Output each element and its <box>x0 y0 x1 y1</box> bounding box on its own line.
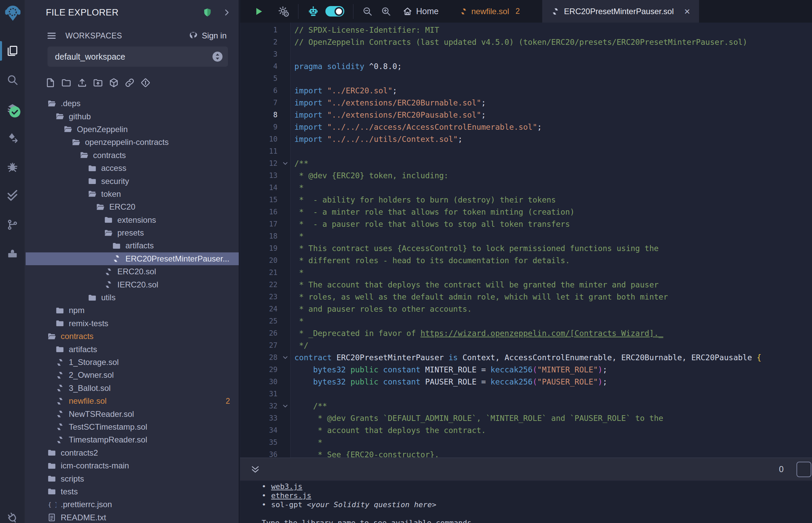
tree-item-extensions[interactable]: extensions <box>25 214 239 227</box>
zoom-out-button[interactable] <box>362 6 373 17</box>
workspaces-label: WORKSPACES <box>66 31 188 40</box>
json-icon: { } <box>47 500 56 509</box>
cube-button[interactable] <box>109 77 119 89</box>
tree-item-token[interactable]: token <box>25 188 239 200</box>
tree-item-1_Storage.sol[interactable]: 1_Storage.sol <box>25 356 239 369</box>
tree-item-.deps[interactable]: .deps <box>25 97 239 110</box>
tree-item-TimestampReader.sol[interactable]: TimestampReader.sol <box>25 433 239 446</box>
tree-item-ERC20.sol[interactable]: ERC20.sol <box>25 265 239 278</box>
collapse-panel-icon[interactable] <box>223 8 231 17</box>
zoom-in-button[interactable] <box>381 6 391 17</box>
tree-item-access[interactable]: access <box>25 162 239 175</box>
expand-terminal-icon[interactable] <box>250 464 260 474</box>
activity-search[interactable] <box>0 65 25 94</box>
terminal-search-box[interactable] <box>796 462 811 477</box>
tree-item-TestSCTimestamp.sol[interactable]: TestSCTimestamp.sol <box>25 420 239 433</box>
activity-debugger[interactable] <box>0 152 25 181</box>
tree-item-label: icm-contracts-main <box>61 461 129 470</box>
editor-gutter: 1234567891011121314151617181920212223242… <box>240 22 291 458</box>
tree-item-README.txt[interactable]: README.txt <box>25 511 239 523</box>
new-folder-button[interactable] <box>61 77 71 89</box>
tab-home[interactable]: Home <box>403 6 439 16</box>
line-number: 24 <box>240 303 290 315</box>
tree-item-contracts2[interactable]: contracts2 <box>25 447 239 459</box>
sol-icon <box>104 280 113 289</box>
activity-file-explorer[interactable] <box>0 36 25 65</box>
link-button[interactable] <box>124 77 135 89</box>
line-number: 22 <box>240 279 290 291</box>
tree-item-ERC20[interactable]: ERC20 <box>25 200 239 213</box>
shield-icon <box>202 7 212 18</box>
tree-item-artifacts[interactable]: artifacts <box>25 239 239 252</box>
remix-logo[interactable] <box>0 0 25 26</box>
run-button[interactable] <box>253 6 264 17</box>
sign-in-button[interactable]: Sign in <box>188 31 227 41</box>
tab-newfile-sol[interactable]: newfile.sol 2 <box>460 0 520 22</box>
remix-ide-window: FILE EXPLORER WORKSPACES Sign in default… <box>0 0 812 523</box>
tree-item-remix-tests[interactable]: remix-tests <box>25 317 239 330</box>
fold-chevron-icon[interactable] <box>282 402 289 410</box>
terminal-link[interactable]: web3.js <box>271 482 302 491</box>
ai-copilot-toggle[interactable] <box>325 6 344 17</box>
terminal-line: •sol-gpt <your Solidity question here> <box>262 500 812 509</box>
tree-item-npm[interactable]: npm <box>25 304 239 317</box>
close-tab-icon[interactable]: × <box>684 6 690 17</box>
ai-assistant-button[interactable] <box>307 5 319 18</box>
tree-item-contracts[interactable]: contracts <box>25 149 239 162</box>
tree-item-security[interactable]: security <box>25 175 239 187</box>
terminal-output[interactable]: •web3.js•ethers.js•sol-gpt <your Solidit… <box>240 481 812 523</box>
tree-item-openzeppelin-contracts[interactable]: openzeppelin-contracts <box>25 136 239 149</box>
terminal-bar: 0 <box>240 458 812 481</box>
tree-item-2_Owner.sol[interactable]: 2_Owner.sol <box>25 369 239 381</box>
code-line-6: import "../ERC20.sol"; <box>294 85 812 97</box>
tree-item-label: contracts <box>93 151 126 160</box>
code-line-13: * @dev {ERC20} token, including: <box>294 169 812 182</box>
tree-item-scripts[interactable]: scripts <box>25 472 239 485</box>
upload-folder-button[interactable] <box>93 77 103 89</box>
upload-file-button[interactable] <box>77 77 87 89</box>
tree-item-tests[interactable]: tests <box>25 485 239 498</box>
tree-item-artifacts[interactable]: artifacts <box>25 343 239 356</box>
tree-item-label: utils <box>101 293 116 302</box>
activity-git[interactable] <box>0 210 25 239</box>
fold-chevron-icon[interactable] <box>282 160 289 167</box>
tree-item-NewTSReader.sol[interactable]: NewTSReader.sol <box>25 408 239 420</box>
activity-plugins[interactable] <box>0 239 25 268</box>
tree-item-IERC20.sol[interactable]: IERC20.sol <box>25 278 239 291</box>
workspace-selector[interactable]: default_workspace <box>48 47 228 67</box>
terminal-link[interactable]: ethers.js <box>271 491 311 500</box>
tree-item-label: README.txt <box>61 513 106 522</box>
code-line-28: contract ERC20PresetMinterPauser is Cont… <box>294 351 812 364</box>
activity-plugin-manager[interactable] <box>0 506 25 523</box>
tree-item-.prettierrc.json[interactable]: { }.prettierrc.json <box>25 498 239 511</box>
git-clone-button[interactable] <box>140 77 151 89</box>
tree-item-label: tests <box>61 487 78 497</box>
fold-chevron-icon[interactable] <box>282 354 289 361</box>
tree-item-ERC20PresetMinterPauser...[interactable]: ERC20PresetMinterPauser... <box>25 252 239 265</box>
tree-item-OpenZeppelin[interactable]: OpenZeppelin <box>25 123 239 136</box>
activity-unit-testing[interactable] <box>0 181 25 210</box>
workspaces-menu-icon[interactable] <box>47 31 57 41</box>
editor-code[interactable]: // SPDX-License-Identifier: MIT// OpenZe… <box>291 22 812 458</box>
activity-bar-items <box>0 36 25 268</box>
tab-erc20presetminterpauser-sol[interactable]: ERC20PresetMinterPauser.sol × <box>542 0 699 22</box>
activity-solidity-compiler[interactable] <box>0 94 25 123</box>
robot-icon <box>307 5 319 18</box>
line-number: 32 <box>240 400 290 412</box>
line-number: 6 <box>240 85 290 97</box>
tree-item-label: contracts <box>61 331 93 341</box>
svg-text:{ }: { } <box>48 501 56 508</box>
tree-item-utils[interactable]: utils <box>25 291 239 304</box>
code-editor[interactable]: 1234567891011121314151617181920212223242… <box>240 22 812 458</box>
tree-item-3_Ballot.sol[interactable]: 3_Ballot.sol <box>25 382 239 395</box>
tree-item-github[interactable]: github <box>25 110 239 123</box>
tree-item-contracts[interactable]: contracts <box>25 330 239 343</box>
new-file-button[interactable] <box>45 77 56 89</box>
tree-item-newfile.sol[interactable]: newfile.sol2 <box>25 395 239 408</box>
toggle-knob <box>335 7 343 16</box>
activity-deploy-run[interactable] <box>0 123 25 152</box>
run-script-button[interactable] <box>278 6 289 17</box>
tree-item-presets[interactable]: presets <box>25 227 239 239</box>
tree-item-icm-contracts-main[interactable]: icm-contracts-main <box>25 459 239 472</box>
line-number: 30 <box>240 376 290 388</box>
